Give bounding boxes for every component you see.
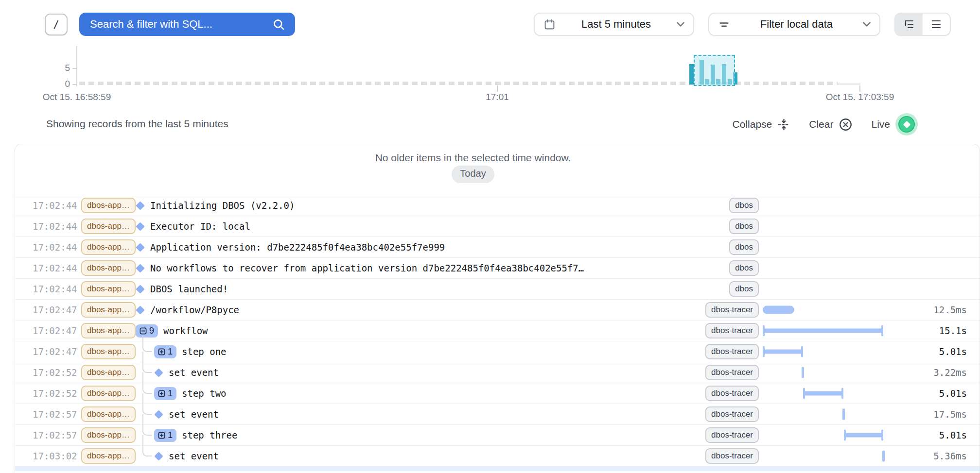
span-diamond-icon — [136, 222, 144, 231]
log-row[interactable]: 17:02:44 dbos-app… No workflows to recov… — [15, 257, 980, 278]
source-badge: dbos-tracer — [705, 302, 759, 318]
duration-bar — [882, 451, 885, 462]
partial-next-row — [15, 466, 980, 471]
row-timestamp: 17:02:44 — [33, 200, 74, 211]
span-track — [763, 341, 894, 362]
log-row[interactable]: 17:02:44 dbos-app… DBOS launched! dbos — [15, 278, 980, 299]
collapse-vertical-icon — [777, 118, 790, 131]
row-duration: 15.1s — [894, 325, 967, 336]
row-message: step_three — [182, 430, 237, 440]
clear-label: Clear — [809, 118, 833, 130]
row-duration: 17.5ms — [894, 409, 967, 420]
expand-children-badge[interactable]: 1 — [154, 345, 176, 358]
log-row[interactable]: 17:03:02 dbos-app… set_event dbos-tracer… — [15, 445, 980, 466]
span-track — [763, 216, 894, 236]
app-badge: dbos-app… — [81, 219, 136, 234]
log-row[interactable]: 17:02:47 dbos-app… 1 step_one dbos-trace… — [15, 341, 980, 362]
app-badge: dbos-app… — [81, 281, 136, 297]
tree-elbow — [142, 341, 152, 352]
span-track — [763, 237, 894, 257]
list-tools: Collapse Clear Live — [733, 113, 918, 135]
app-badge: dbos-app… — [81, 344, 136, 359]
tree-elbow — [142, 362, 152, 373]
showing-records-text: Showing records from the last 5 minutes — [46, 118, 228, 130]
log-row[interactable]: 17:02:47 dbos-app… 9 workflow dbos-trace… — [15, 320, 980, 341]
row-duration: 5.01s — [894, 388, 967, 399]
row-message: Application version: d7be222485f0f4ea38b… — [150, 242, 445, 253]
row-message: No workflows to recover from application… — [150, 263, 584, 273]
live-toggle[interactable]: Live — [871, 113, 918, 135]
row-duration: 5.01s — [894, 346, 967, 357]
span-track — [763, 404, 894, 424]
app-badge: dbos-app… — [81, 323, 136, 338]
span-diamond-icon — [136, 243, 144, 252]
row-message: step_two — [182, 388, 227, 399]
expand-children-badge[interactable]: 1 — [154, 429, 176, 442]
log-row[interactable]: 17:02:57 dbos-app… 1 step_three dbos-tra… — [15, 424, 980, 445]
row-timestamp: 17:02:57 — [33, 409, 74, 420]
duration-bar — [842, 409, 845, 420]
time-selection-region[interactable] — [694, 55, 735, 86]
collapse-all-button[interactable]: Collapse — [733, 118, 791, 131]
tree-line — [142, 393, 143, 404]
row-message: DBOS launched! — [150, 284, 228, 294]
histogram-bar — [689, 64, 694, 84]
app-badge: dbos-app… — [81, 386, 136, 401]
source-badge: dbos-tracer — [705, 427, 759, 443]
collapse-label: Collapse — [733, 118, 772, 130]
tree-line — [142, 414, 143, 425]
app-badge: dbos-app… — [81, 448, 136, 464]
row-message: step_one — [182, 346, 227, 357]
tree-elbow — [142, 424, 152, 436]
tree-line — [142, 352, 143, 362]
row-timestamp: 17:02:44 — [33, 284, 74, 294]
source-badge: dbos — [729, 198, 759, 213]
row-timestamp: 17:02:47 — [33, 346, 74, 357]
collapse-children-badge[interactable]: 9 — [136, 324, 158, 338]
live-indicator-icon — [895, 113, 918, 135]
row-timestamp: 17:02:44 — [33, 242, 74, 253]
source-badge: dbos-tracer — [705, 406, 759, 422]
duration-bar — [844, 433, 883, 438]
span-diamond-icon — [136, 264, 144, 272]
log-row[interactable]: 17:02:44 dbos-app… Executor ID: local db… — [15, 216, 980, 236]
row-timestamp: 17:02:44 — [33, 263, 74, 273]
row-message: workflow — [163, 325, 208, 336]
row-message: Executor ID: local — [150, 221, 250, 232]
log-row[interactable]: 17:02:47 dbos-app… /workflow/P8pyce dbos… — [15, 299, 980, 320]
log-row[interactable]: 17:02:57 dbos-app… set_event dbos-tracer… — [15, 404, 980, 424]
log-row[interactable]: 17:02:44 dbos-app… Initializing DBOS (v2… — [15, 195, 980, 216]
duration-bar — [802, 367, 804, 378]
span-track — [763, 362, 894, 383]
span-track — [763, 383, 894, 404]
row-duration: 12.5ms — [894, 304, 967, 315]
duration-bar — [763, 329, 883, 333]
source-badge: dbos — [729, 281, 759, 297]
y-axis-line — [76, 46, 77, 86]
source-badge: dbos — [729, 219, 759, 234]
clear-button[interactable]: Clear — [809, 118, 853, 132]
log-row[interactable]: 17:02:52 dbos-app… set_event dbos-tracer… — [15, 362, 980, 383]
row-message: Initializing DBOS (v2.2.0) — [150, 200, 295, 211]
span-diamond-icon — [136, 285, 144, 293]
app-badge: dbos-app… — [81, 198, 136, 213]
duration-bar — [803, 391, 843, 396]
row-duration: 5.01s — [894, 430, 967, 440]
row-timestamp: 17:02:47 — [33, 304, 74, 315]
expand-children-badge[interactable]: 1 — [154, 387, 176, 400]
row-timestamp: 17:02:44 — [33, 221, 74, 232]
log-row[interactable]: 17:02:44 dbos-app… Application version: … — [15, 236, 980, 257]
log-row[interactable]: 17:02:52 dbos-app… 1 step_two dbos-trace… — [15, 383, 980, 404]
app-badge: dbos-app… — [81, 427, 136, 443]
span-track — [763, 446, 894, 466]
source-badge: dbos-tracer — [705, 344, 759, 359]
source-badge: dbos-tracer — [705, 386, 759, 401]
timeline-chart: 5 0 Oct 15. 16:58:59 17:01 Oct 15. 17:03… — [0, 0, 980, 112]
row-message: set_event — [169, 367, 219, 378]
row-duration: 5.36ms — [894, 451, 967, 461]
app-badge: dbos-app… — [81, 260, 136, 276]
child-count: 1 — [168, 389, 173, 399]
app-badge: dbos-app… — [81, 365, 136, 380]
y-tick-label-0: 0 — [52, 79, 70, 89]
tree-elbow — [142, 383, 152, 394]
